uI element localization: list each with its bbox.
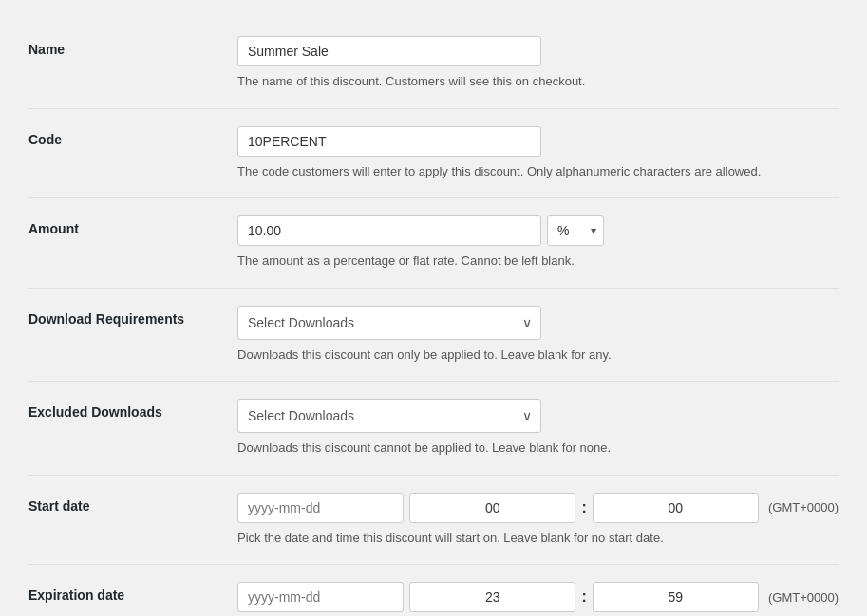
name-input[interactable]: [237, 36, 541, 66]
excluded-downloads-select[interactable]: Select Downloads: [237, 399, 541, 433]
start-date-row: Start date : (GMT+0000) Pick the date an…: [28, 476, 839, 566]
code-row: Code The code customers will enter to ap…: [28, 109, 839, 199]
expiration-date-field: : (GMT+0000): [237, 582, 839, 612]
excluded-downloads-label: Excluded Downloads: [28, 399, 237, 420]
excluded-downloads-row: Excluded Downloads Select Downloads Down…: [28, 382, 839, 476]
amount-input[interactable]: [237, 215, 541, 246]
name-row: Name The name of this discount. Customer…: [28, 19, 839, 109]
unit-select[interactable]: % $: [547, 215, 604, 246]
unit-select-wrapper: % $: [547, 215, 604, 246]
download-requirements-field: Select Downloads Downloads this discount…: [237, 306, 839, 364]
download-requirements-select[interactable]: Select Downloads: [237, 306, 541, 340]
start-minute-input[interactable]: [593, 493, 759, 523]
download-requirements-select-wrapper: Select Downloads: [237, 306, 541, 340]
amount-field: % $ The amount as a percentage or flat r…: [237, 215, 839, 271]
excluded-downloads-help: Downloads this discount cannot be applie…: [237, 439, 826, 457]
start-time-separator: :: [581, 499, 586, 516]
expiration-date-input[interactable]: [237, 582, 404, 612]
expiration-time-separator: :: [581, 588, 586, 606]
expiration-date-row: Expiration date : (GMT+0000): [28, 565, 839, 616]
start-date-label: Start date: [28, 493, 237, 513]
expiration-minute-input[interactable]: [593, 582, 759, 612]
start-date-field: : (GMT+0000) Pick the date and time this…: [237, 493, 839, 548]
expiration-date-inputs: : (GMT+0000): [237, 582, 839, 612]
amount-row: Amount % $ The amount as a percentage or…: [28, 198, 839, 289]
download-requirements-row: Download Requirements Select Downloads D…: [28, 289, 839, 383]
start-date-help: Pick the date and time this discount wil…: [237, 529, 826, 548]
start-hour-input[interactable]: [409, 493, 575, 523]
amount-label: Amount: [28, 215, 237, 236]
name-label: Name: [28, 36, 237, 57]
excluded-downloads-field: Select Downloads Downloads this discount…: [237, 399, 839, 457]
code-input[interactable]: [237, 126, 541, 157]
expiration-timezone: (GMT+0000): [768, 590, 839, 605]
code-help: The code customers will enter to apply t…: [237, 162, 826, 181]
name-field: The name of this discount. Customers wil…: [237, 36, 839, 91]
start-timezone: (GMT+0000): [768, 500, 839, 514]
start-date-input[interactable]: [237, 493, 404, 523]
amount-inputs: % $: [237, 215, 839, 246]
discount-form: Name The name of this discount. Customer…: [0, 0, 867, 616]
code-field: The code customers will enter to apply t…: [237, 126, 839, 181]
code-label: Code: [28, 126, 237, 147]
download-requirements-help: Downloads this discount can only be appl…: [237, 345, 826, 364]
expiration-date-label: Expiration date: [28, 582, 237, 603]
start-date-inputs: : (GMT+0000): [237, 493, 839, 523]
expiration-hour-input[interactable]: [409, 582, 575, 612]
name-help: The name of this discount. Customers wil…: [237, 72, 826, 91]
download-requirements-label: Download Requirements: [28, 306, 237, 327]
excluded-downloads-select-wrapper: Select Downloads: [237, 399, 541, 433]
amount-help: The amount as a percentage or flat rate.…: [237, 252, 826, 271]
